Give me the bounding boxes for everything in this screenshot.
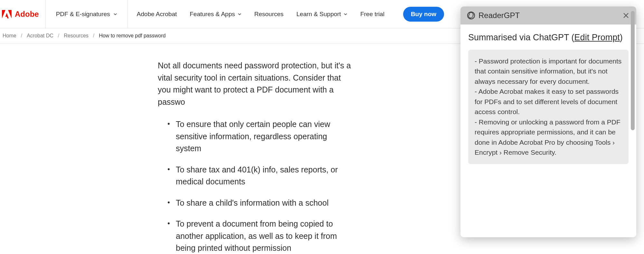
breadcrumb-home[interactable]: Home [3, 33, 16, 39]
edit-prompt-link[interactable]: Edit Prompt [574, 33, 620, 42]
breadcrumb-separator: / [93, 33, 94, 39]
summary-box: - Password protection is important for d… [468, 50, 629, 164]
bullet-list: To ensure that only certain people can v… [158, 118, 351, 254]
nav-item-label: Free trial [360, 11, 384, 18]
adobe-brand-text: Adobe [15, 10, 39, 19]
summary-text: - Password protection is important for d… [475, 56, 622, 158]
product-dropdown-label: PDF & E-signatures [56, 11, 110, 18]
nav-item-label: Learn & Support [297, 11, 341, 18]
list-item: To share tax and 401(k) info, sales repo… [164, 164, 351, 188]
nav-item-label: Resources [254, 11, 284, 18]
subtitle-suffix: ) [620, 33, 623, 42]
adobe-logo-icon [2, 10, 12, 18]
chevron-down-icon [238, 12, 242, 16]
breadcrumb-resources[interactable]: Resources [64, 33, 88, 39]
breadcrumb-current: How to remove pdf password [99, 33, 166, 39]
panel-subtitle: Summarised via ChatGPT (Edit Prompt) [468, 32, 629, 44]
breadcrumb-acrobat-dc[interactable]: Acrobat DC [27, 33, 53, 39]
chevron-down-icon [113, 12, 117, 16]
nav-item-learn[interactable]: Learn & Support [297, 11, 347, 18]
panel-title: ReaderGPT [478, 11, 520, 20]
intro-paragraph: Not all documents need password protecti… [158, 60, 351, 108]
readergpt-panel: ReaderGPT Summarised via ChatGPT (Edit P… [460, 6, 636, 237]
nav-item-features[interactable]: Features & Apps [190, 11, 241, 18]
nav-item-label: Adobe Acrobat [137, 11, 177, 18]
list-item: To prevent a document from being copied … [164, 218, 351, 254]
close-button[interactable] [622, 12, 630, 19]
panel-header: ReaderGPT [460, 6, 636, 24]
chevron-down-icon [344, 12, 347, 16]
nav-item-acrobat[interactable]: Adobe Acrobat [137, 11, 177, 18]
subtitle-prefix: Summarised via ChatGPT ( [468, 33, 574, 42]
list-item: To share a child's information with a sc… [164, 197, 351, 209]
breadcrumb-separator: / [58, 33, 59, 39]
nav-item-resources[interactable]: Resources [254, 11, 284, 18]
scrollbar-thumb[interactable] [631, 11, 635, 130]
panel-header-left: ReaderGPT [467, 11, 520, 20]
close-icon [623, 12, 629, 19]
panel-body: Summarised via ChatGPT (Edit Prompt) - P… [460, 24, 636, 237]
logo-section[interactable]: Adobe [0, 0, 46, 28]
nav-items: Adobe Acrobat Features & Apps Resources … [128, 0, 453, 28]
breadcrumb-separator: / [21, 33, 22, 39]
nav-item-free-trial[interactable]: Free trial [360, 11, 384, 18]
list-item: To ensure that only certain people can v… [164, 118, 351, 155]
readergpt-logo-icon [467, 11, 475, 20]
buy-now-button[interactable]: Buy now [403, 7, 444, 22]
nav-item-label: Features & Apps [190, 11, 235, 18]
article-content: Not all documents need password protecti… [0, 44, 351, 254]
product-dropdown[interactable]: PDF & E-signatures [46, 0, 128, 28]
